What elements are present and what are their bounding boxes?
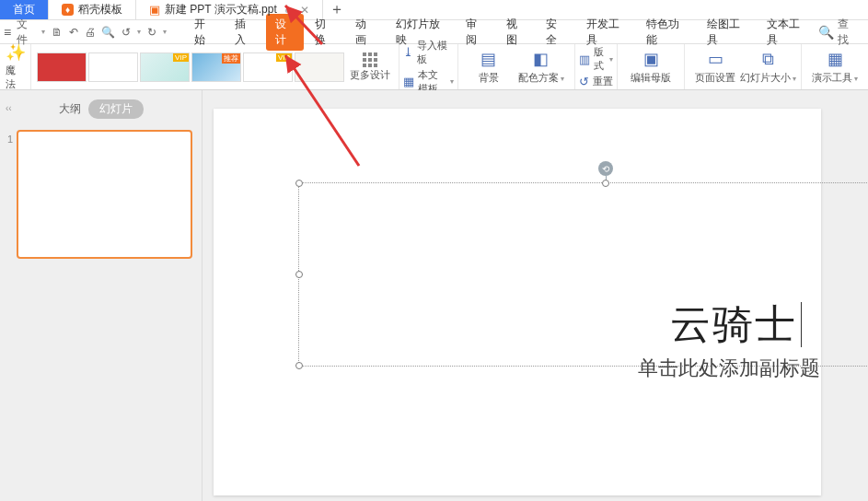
master-group: ▣编辑母版 — [618, 44, 685, 89]
tab-home[interactable]: 首页 — [0, 0, 49, 19]
grid-icon — [347, 52, 393, 67]
layout-icon: ▥ — [579, 52, 590, 66]
slide-size-label: 幻灯片大小 — [740, 72, 791, 83]
qa-preview-icon[interactable]: 🔍 — [101, 26, 114, 39]
chevron-down-icon[interactable]: ▾ — [41, 28, 45, 36]
main-area: ‹‹ 大纲 幻灯片 1 ⟲ 云骑士 单击此处添加副标题 — [0, 90, 868, 501]
resize-handle-bl[interactable] — [295, 362, 303, 369]
import-icon: ⤓ — [403, 45, 413, 59]
side-tabs: 大纲 幻灯片 — [0, 90, 202, 124]
quick-access: ≡ 文件 ▾ 🗎 ↶ 🖨 🔍 ↺ ▾ ↻ ▾ — [4, 17, 167, 48]
tab-document-label: 新建 PPT 演示文稿.ppt — [165, 2, 277, 17]
magic-button[interactable]: ✨ 魔法 — [0, 44, 31, 89]
qa-print-icon[interactable]: 🖨 — [85, 26, 96, 39]
unsaved-dot-icon: ● — [284, 4, 291, 17]
chevron-down-icon: ▾ — [450, 77, 454, 86]
theme-gallery: VIP 推荐 VIP 更多设计 — [31, 44, 399, 89]
tools-group: ▦演示工具▾ — [802, 44, 868, 89]
search-icon: 🔍 — [818, 25, 834, 40]
magic-label: 魔法 — [6, 64, 25, 91]
slide-size-button[interactable]: ⧉幻灯片大小▾ — [740, 50, 795, 85]
chevron-down-icon: ▾ — [793, 75, 796, 83]
qa-undo-drop-icon[interactable]: ▾ — [137, 28, 141, 36]
hamburger-icon[interactable]: ≡ — [4, 25, 11, 40]
slide-size-icon: ⧉ — [762, 50, 774, 69]
page-setup-label: 页面设置 — [695, 71, 735, 85]
reset-icon: ↺ — [579, 75, 589, 88]
present-tools-button[interactable]: ▦演示工具▾ — [807, 49, 862, 85]
theme-thumb-1[interactable] — [37, 52, 87, 82]
edit-master-label: 编辑母版 — [631, 71, 671, 85]
ribbon: ✨ 魔法 VIP 推荐 VIP 更多设计 ⤓导入模板 ▦本文模板▾ ▤背景 ◧配… — [0, 44, 868, 90]
chevron-down-icon: ▾ — [609, 55, 613, 64]
present-tools-label: 演示工具 — [812, 72, 852, 83]
search-box[interactable]: 🔍 查找 — [818, 17, 864, 48]
hot-badge: 推荐 — [222, 53, 240, 64]
page-setup-button[interactable]: ▭页面设置 — [690, 49, 740, 85]
master-icon: ▣ — [643, 49, 659, 69]
tab-home-label: 首页 — [13, 2, 35, 17]
import-template-label: 导入模板 — [417, 39, 454, 66]
outline-tab[interactable]: 大纲 — [59, 101, 81, 117]
title-text[interactable]: 云骑士 — [670, 297, 802, 352]
rotate-handle[interactable]: ⟲ — [598, 161, 613, 176]
layout-label: 版式 — [594, 45, 604, 73]
background-label: 背景 — [479, 71, 499, 85]
edit-master-button[interactable]: ▣编辑母版 — [623, 49, 678, 85]
theme-thumb-2[interactable] — [88, 52, 138, 82]
collapse-icon[interactable]: ‹‹ — [6, 103, 12, 113]
search-label: 查找 — [838, 17, 857, 48]
tab-templates[interactable]: ♦ 稻壳模板 — [49, 0, 136, 19]
tab-document[interactable]: ▣ 新建 PPT 演示文稿.ppt ● ✕ — [136, 0, 323, 19]
layout-group: ▥版式▾ ↺重置 — [575, 44, 618, 89]
slide-number: 1 — [7, 134, 13, 145]
background-button[interactable]: ▤背景 — [464, 49, 514, 85]
color-scheme-button[interactable]: ◧配色方案▾ — [514, 49, 569, 85]
title-placeholder[interactable]: ⟲ 云骑士 单击此处添加副标题 — [298, 182, 868, 367]
qa-save-icon[interactable]: 🗎 — [51, 26, 62, 39]
more-design-button[interactable]: 更多设计 — [347, 52, 393, 82]
slides-tab[interactable]: 幻灯片 — [88, 99, 144, 119]
theme-thumb-6[interactable] — [295, 52, 344, 82]
palette-icon: ◧ — [533, 49, 549, 69]
slide-page[interactable]: ⟲ 云骑士 单击此处添加副标题 — [214, 109, 821, 495]
page-group: ▭页面设置 ⧉幻灯片大小▾ — [685, 44, 802, 89]
slide-thumbnail-1[interactable]: 1 — [17, 130, 192, 259]
tab-templates-label: 稻壳模板 — [78, 2, 122, 17]
color-scheme-label: 配色方案 — [518, 72, 559, 83]
close-icon[interactable]: ✕ — [300, 4, 309, 17]
theme-thumb-5[interactable]: VIP — [243, 52, 293, 82]
background-icon: ▤ — [480, 49, 496, 69]
qa-redo-drop-icon[interactable]: ▾ — [163, 28, 167, 36]
qa-undo2-icon[interactable]: ↺ — [120, 26, 131, 39]
wand-icon: ✨ — [6, 42, 26, 63]
slide-panel: ‹‹ 大纲 幻灯片 1 — [0, 90, 203, 501]
page-setup-icon: ▭ — [708, 49, 723, 69]
qa-redo-icon[interactable]: ↻ — [146, 26, 157, 39]
flame-icon: ♦ — [62, 4, 74, 16]
theme-thumb-4[interactable]: 推荐 — [191, 52, 241, 82]
ppt-icon: ▣ — [149, 3, 160, 17]
more-design-label: 更多设计 — [347, 68, 393, 82]
chevron-down-icon: ▾ — [854, 75, 858, 83]
qa-undo-icon[interactable]: ↶ — [68, 26, 79, 39]
import-template-button[interactable]: ⤓导入模板 — [403, 39, 454, 66]
present-tools-icon: ▦ — [827, 49, 843, 69]
reset-button[interactable]: ↺重置 — [579, 75, 613, 88]
theme-thumb-3[interactable]: VIP — [140, 52, 190, 82]
layout-button[interactable]: ▥版式▾ — [579, 45, 613, 73]
chevron-down-icon: ▾ — [561, 75, 564, 83]
resize-handle-mt[interactable] — [602, 180, 609, 187]
style-group: ▤背景 ◧配色方案▾ — [458, 44, 575, 89]
template-icon: ▦ — [403, 75, 414, 88]
vip-badge-2: VIP — [276, 53, 292, 62]
slide-canvas[interactable]: ⟲ 云骑士 单击此处添加副标题 — [203, 90, 868, 501]
resize-handle-tl[interactable] — [295, 180, 303, 187]
subtitle-text[interactable]: 单击此处添加副标题 — [638, 355, 820, 382]
vip-badge: VIP — [173, 53, 189, 62]
template-group: ⤓导入模板 ▦本文模板▾ — [399, 44, 458, 89]
resize-handle-ml[interactable] — [295, 271, 303, 278]
reset-label: 重置 — [593, 75, 613, 88]
